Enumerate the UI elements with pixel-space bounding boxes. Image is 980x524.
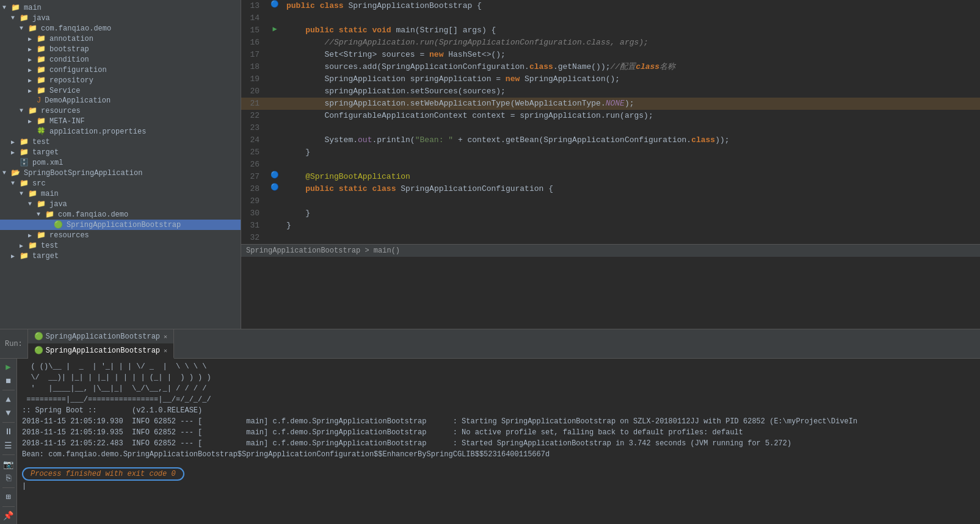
bean-gutter-icon: 🔵 [270,0,279,8]
tab-label: SpringApplicationBootstrap [46,346,160,355]
tree-item-com.fanqiao.demo[interactable]: ▼📁com.fanqiao.demo [0,23,241,34]
line-number: 17 [241,49,266,61]
code-line-17: 17 Set<String> sources = new HashSet<>()… [241,49,980,61]
tree-item-Service[interactable]: ▶📁Service [0,85,241,96]
line-number: 13 [241,0,266,12]
console-cursor-line: | [22,481,975,492]
list-button[interactable]: ☰ [1,440,16,451]
tree-item-src2[interactable]: ▼📁src [0,178,241,188]
tree-arrow: ▼ [20,107,28,114]
tree-item-com.fanqiao.demo2[interactable]: ▼📁com.fanqiao.demo [0,209,241,220]
line-number: 14 [241,12,266,24]
java-main-icon: 🟢 [54,220,63,229]
line-number: 25 [241,146,266,159]
run-tab-tab1[interactable]: 🟢SpringApplicationBootstrap✕ [28,329,174,343]
tree-item-META-INF[interactable]: ▶📁META-INF [0,116,241,126]
tree-item-test[interactable]: ▶📁test [0,137,241,147]
tree-item-resources[interactable]: ▼📁resources [0,106,241,116]
tree-item-SpringApplicationBootstrap[interactable]: 🟢SpringApplicationBootstrap [0,220,241,230]
down-button[interactable]: ▼ [1,407,16,418]
tree-item-test2[interactable]: ▶📁test [0,240,241,251]
tree-arrow: ▼ [2,4,11,11]
tree-label: repository [49,76,93,85]
tree-item-resources2[interactable]: ▶📁resources [0,230,241,240]
tree-item-DemoApplication[interactable]: JDemoApplication [0,96,241,106]
code-line-24: 24 System.out.println("Bean: " + context… [241,134,980,146]
code-line-26: 26 [241,159,980,171]
tree-arrow: ▼ [20,25,28,32]
line-number: 20 [241,85,266,98]
folder-icon: 📁 [11,3,20,12]
tree-label: java [49,200,67,209]
console-ascii-line: =========|___/================|__/=/_/_/… [22,394,975,405]
tree-label: com.fanqiao.demo [41,24,111,33]
tree-item-bootstrap[interactable]: ▶📁bootstrap [0,44,241,54]
tree-item-target[interactable]: ▶📁target [0,147,241,157]
tree-item-condition[interactable]: ▶📁condition [0,54,241,65]
tree-label: test [41,242,59,250]
tree-arrow: ▶ [28,35,37,43]
tree-label: src [32,179,46,188]
tree-label: main [24,4,42,12]
tree-label: pom.xml [32,159,63,167]
folder-icon: 📁 [28,106,37,115]
java-icon: J [37,96,41,105]
tree-label: target [32,148,59,157]
tree-item-SpringBootSpringApplication[interactable]: ▼📂SpringBootSpringApplication [0,168,241,178]
run-gutter-icon[interactable]: ▶ [272,24,277,34]
close-tab-button[interactable]: ✕ [164,347,167,354]
tree-item-main[interactable]: ▼📁main [0,2,241,13]
tree-label: application.properties [49,127,146,136]
tree-item-configuration[interactable]: ▶📁configuration [0,65,241,75]
code-editor: 13 🔵 public class SpringApplicationBoots… [241,0,980,329]
line-number: 29 [241,195,266,207]
code-line-30: 30 } [241,207,980,220]
up-button[interactable]: ▲ [1,393,16,404]
run-label: Run: [0,329,28,358]
folder-icon: 📁 [37,55,46,64]
copy-button[interactable]: ⎘ [1,472,16,483]
pin-button[interactable]: 📌 [1,511,16,522]
line-number: 26 [241,159,266,171]
run-tab-tab2[interactable]: 🟢SpringApplicationBootstrap✕ [28,343,174,359]
tab-label: SpringApplicationBootstrap [46,332,160,341]
console-ascii-line: \/ __)| |_| | |_| | | | | (_| | ) ) ) ) [22,372,975,383]
folder-icon: 📁 [20,179,29,188]
tree-item-application.properties[interactable]: 🍀application.properties [0,126,241,137]
run-button[interactable]: ▶ [1,361,16,372]
line-number: 28 [241,183,266,195]
line-number: 24 [241,134,266,146]
tree-item-java[interactable]: ▼📁java [0,13,241,23]
tree-item-annotation[interactable]: ▶📁annotation [0,34,241,44]
tree-arrow: ▶ [28,118,37,125]
tree-item-repository[interactable]: ▶📁repository [0,75,241,85]
pause-button[interactable]: ⏸ [1,426,16,437]
line-gutter: ▶ [266,24,284,34]
folder-icon: 📁 [28,241,37,250]
menu-button[interactable]: ⊞ [1,492,16,503]
tree-item-main2[interactable]: ▼📁main [0,188,241,199]
tree-item-java2[interactable]: ▼📁java [0,199,241,209]
stop-button[interactable]: ◼ [1,375,16,386]
line-content: ConfigurableApplicationContext context =… [284,110,980,122]
line-content: } [284,207,980,220]
tree-arrow: ▼ [28,201,37,207]
console-exit-wrapper: Process finished with exit code 0 [22,465,975,481]
line-content: public class SpringApplicationBootstrap … [284,0,980,12]
tree-label: SpringBootSpringApplication [24,169,142,178]
line-gutter: 🔵 [266,183,284,191]
tree-arrow: ▶ [28,66,37,74]
project-icon: 📂 [11,168,20,178]
camera-button[interactable]: 📷 [1,459,16,470]
line-number: 21 [241,98,266,110]
tree-arrow: ▼ [11,180,20,187]
folder-icon: 📁 [28,189,37,198]
line-number: 15 [241,24,266,37]
folder-icon: 📁 [37,34,46,43]
tree-label: main [41,190,59,198]
tree-item-pom.xml[interactable]: 🗄️pom.xml [0,157,241,168]
tree-item-target2[interactable]: ▶📁target [0,251,241,261]
tree-arrow: ▼ [2,170,11,176]
close-tab-button[interactable]: ✕ [164,333,167,340]
folder-icon: 📁 [37,199,46,209]
